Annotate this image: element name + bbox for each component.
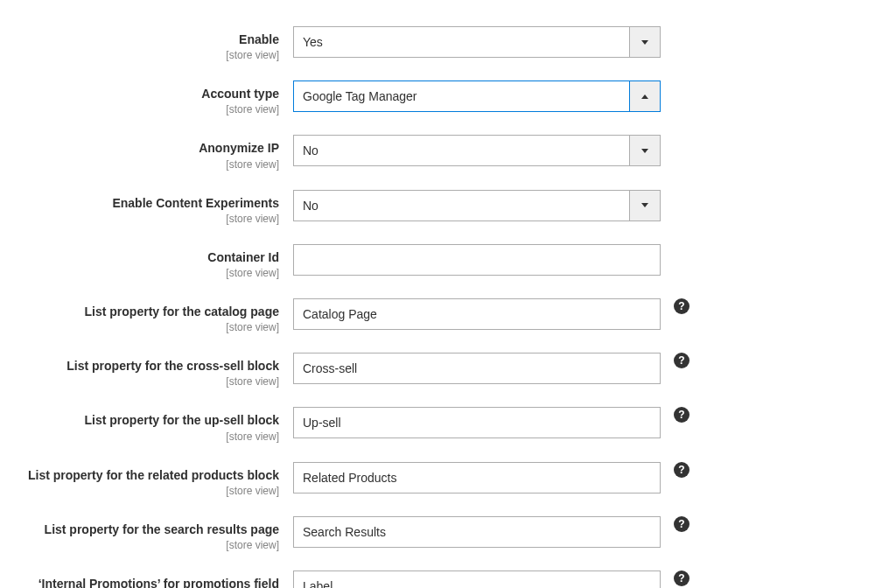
help-icon[interactable]: ? (674, 516, 690, 532)
field-list-cross-sell: List property for the cross-sell block [… (9, 353, 866, 388)
account-type-select[interactable]: Google Tag Manager (293, 80, 661, 112)
internal-promotions-label-input[interactable] (293, 570, 661, 588)
field-internal-promotions-label: ‘Internal Promotions’ for promotions fie… (9, 570, 866, 588)
chevron-down-icon (641, 203, 648, 207)
list-search-results-input[interactable] (293, 516, 661, 548)
label-col: List property for the cross-sell block [… (9, 353, 293, 388)
scope-label: [store view] (9, 103, 279, 116)
scope-label: [store view] (9, 375, 279, 388)
field-list-related-products: List property for the related products b… (9, 462, 866, 497)
label-col: Enable Content Experiments [store view] (9, 190, 293, 225)
help-icon[interactable]: ? (674, 462, 690, 478)
list-related-products-input[interactable] (293, 462, 661, 494)
label-col: Anonymize IP [store view] (9, 135, 293, 170)
field-label: Enable Content Experiments (112, 196, 279, 210)
scope-label: [store view] (9, 485, 279, 497)
label-col: List property for the search results pag… (9, 516, 293, 551)
label-col: Enable [store view] (9, 26, 293, 61)
scope-label: [store view] (9, 430, 279, 443)
list-catalog-page-input[interactable] (293, 298, 661, 330)
field-enable: Enable [store view] Yes (9, 26, 866, 61)
chevron-up-icon (641, 94, 648, 99)
select-value: Yes (293, 26, 629, 58)
anonymize-ip-select[interactable]: No (293, 135, 661, 166)
field-list-catalog-page: List property for the catalog page [stor… (9, 298, 866, 333)
label-col: ‘Internal Promotions’ for promotions fie… (9, 570, 293, 588)
field-label: Container Id (207, 250, 279, 264)
label-col: Container Id [store view] (9, 244, 293, 279)
field-label: ‘Internal Promotions’ for promotions fie… (38, 577, 279, 588)
select-arrow-button[interactable] (629, 80, 661, 112)
settings-form: Enable [store view] Yes Account type [st… (9, 26, 866, 588)
chevron-down-icon (641, 149, 648, 153)
field-account-type: Account type [store view] Google Tag Man… (9, 80, 866, 116)
help-icon[interactable]: ? (674, 353, 690, 368)
select-value: No (293, 190, 629, 221)
scope-label: [store view] (9, 267, 279, 279)
label-col: Account type [store view] (9, 80, 293, 116)
content-experiments-select[interactable]: No (293, 190, 661, 221)
label-col: List property for the related products b… (9, 462, 293, 497)
list-cross-sell-input[interactable] (293, 353, 661, 384)
field-container-id: Container Id [store view] (9, 244, 866, 279)
scope-label: [store view] (9, 539, 279, 551)
help-icon[interactable]: ? (674, 570, 690, 586)
select-value: Google Tag Manager (293, 80, 629, 112)
field-enable-content-experiments: Enable Content Experiments [store view] … (9, 190, 866, 225)
container-id-input[interactable] (293, 244, 661, 276)
field-label: List property for the cross-sell block (66, 359, 279, 373)
label-col: List property for the catalog page [stor… (9, 298, 293, 333)
help-icon[interactable]: ? (674, 298, 690, 314)
enable-select[interactable]: Yes (293, 26, 661, 58)
field-label: List property for the search results pag… (45, 522, 279, 536)
scope-label: [store view] (9, 321, 279, 333)
label-col: List property for the up-sell block [sto… (9, 407, 293, 442)
help-icon[interactable]: ? (674, 407, 690, 423)
field-label: List property for the up-sell block (85, 413, 279, 427)
field-label: Enable (239, 32, 279, 46)
scope-label: [store view] (9, 213, 279, 225)
select-value: No (293, 135, 629, 166)
list-up-sell-input[interactable] (293, 407, 661, 438)
chevron-down-icon (641, 40, 648, 45)
field-label: Account type (201, 87, 279, 101)
field-label: List property for the catalog page (85, 304, 279, 318)
select-arrow-button[interactable] (629, 26, 661, 58)
scope-label: [store view] (9, 158, 279, 171)
select-arrow-button[interactable] (629, 190, 661, 221)
scope-label: [store view] (9, 49, 279, 61)
field-list-search-results: List property for the search results pag… (9, 516, 866, 551)
field-list-up-sell: List property for the up-sell block [sto… (9, 407, 866, 442)
select-arrow-button[interactable] (629, 135, 661, 166)
field-anonymize-ip: Anonymize IP [store view] No (9, 135, 866, 170)
field-label: Anonymize IP (199, 141, 279, 155)
field-label: List property for the related products b… (28, 468, 279, 482)
